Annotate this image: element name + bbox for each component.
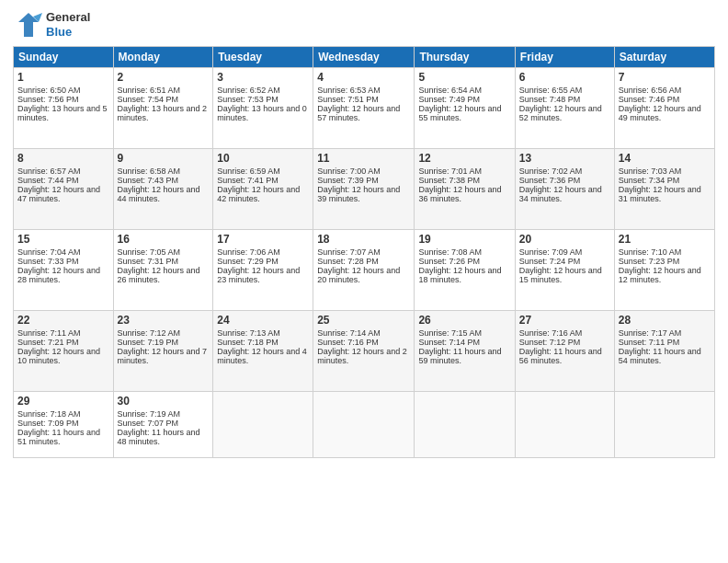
calendar-cell: 23Sunrise: 7:12 AMSunset: 7:19 PMDayligh… bbox=[113, 311, 213, 392]
calendar-cell: 7Sunrise: 6:56 AMSunset: 7:46 PMDaylight… bbox=[614, 68, 714, 149]
sunset-info: Sunset: 7:38 PM bbox=[418, 176, 480, 185]
daylight-info: Daylight: 11 hours and 48 minutes. bbox=[118, 428, 200, 446]
day-number: 27 bbox=[519, 314, 610, 327]
day-number: 2 bbox=[118, 71, 210, 84]
sunset-info: Sunset: 7:39 PM bbox=[317, 176, 379, 185]
daylight-info: Daylight: 13 hours and 5 minutes. bbox=[17, 104, 108, 122]
calendar-week-4: 22Sunrise: 7:11 AMSunset: 7:21 PMDayligh… bbox=[14, 311, 715, 392]
sunrise-info: Sunrise: 6:50 AM bbox=[17, 86, 81, 95]
sunrise-info: Sunrise: 7:11 AM bbox=[17, 328, 81, 338]
calendar-cell: 2Sunrise: 6:51 AMSunset: 7:54 PMDaylight… bbox=[113, 68, 213, 149]
sunrise-info: Sunrise: 7:10 AM bbox=[619, 247, 682, 257]
col-header-thursday: Thursday bbox=[415, 47, 515, 68]
sunset-info: Sunset: 7:28 PM bbox=[317, 257, 379, 266]
daylight-info: Daylight: 12 hours and 36 minutes. bbox=[418, 185, 501, 203]
day-number: 5 bbox=[418, 71, 510, 84]
calendar-cell: 22Sunrise: 7:11 AMSunset: 7:21 PMDayligh… bbox=[14, 311, 114, 392]
day-number: 8 bbox=[17, 152, 109, 165]
calendar-cell: 14Sunrise: 7:03 AMSunset: 7:34 PMDayligh… bbox=[614, 149, 714, 230]
sunset-info: Sunset: 7:36 PM bbox=[519, 176, 581, 185]
sunrise-info: Sunrise: 7:12 AM bbox=[118, 328, 181, 338]
daylight-info: Daylight: 12 hours and 28 minutes. bbox=[17, 266, 100, 284]
calendar-cell: 30Sunrise: 7:19 AMSunset: 7:07 PMDayligh… bbox=[113, 392, 213, 458]
calendar-cell: 11Sunrise: 7:00 AMSunset: 7:39 PMDayligh… bbox=[313, 149, 415, 230]
sunset-info: Sunset: 7:46 PM bbox=[619, 95, 680, 104]
sunrise-info: Sunrise: 7:08 AM bbox=[418, 247, 482, 257]
daylight-info: Daylight: 12 hours and 4 minutes. bbox=[217, 347, 307, 365]
calendar-week-3: 15Sunrise: 7:04 AMSunset: 7:33 PMDayligh… bbox=[14, 230, 715, 311]
daylight-info: Daylight: 12 hours and 34 minutes. bbox=[519, 185, 602, 203]
sunset-info: Sunset: 7:56 PM bbox=[17, 95, 79, 104]
sunrise-info: Sunrise: 6:52 AM bbox=[217, 86, 280, 95]
sunset-info: Sunset: 7:24 PM bbox=[519, 257, 581, 266]
daylight-info: Daylight: 12 hours and 2 minutes. bbox=[317, 347, 407, 365]
calendar-cell: 29Sunrise: 7:18 AMSunset: 7:09 PMDayligh… bbox=[14, 392, 114, 458]
sunrise-info: Sunrise: 7:15 AM bbox=[418, 328, 482, 338]
calendar-cell: 8Sunrise: 6:57 AMSunset: 7:44 PMDaylight… bbox=[14, 149, 114, 230]
sunrise-info: Sunrise: 7:19 AM bbox=[118, 409, 181, 419]
col-header-saturday: Saturday bbox=[614, 47, 714, 68]
sunrise-info: Sunrise: 7:17 AM bbox=[619, 328, 682, 338]
sunrise-info: Sunrise: 6:51 AM bbox=[118, 86, 181, 95]
calendar-cell: 12Sunrise: 7:01 AMSunset: 7:38 PMDayligh… bbox=[415, 149, 515, 230]
logo-bird-icon bbox=[13, 9, 44, 40]
calendar-cell: 25Sunrise: 7:14 AMSunset: 7:16 PMDayligh… bbox=[313, 311, 415, 392]
day-number: 24 bbox=[217, 314, 309, 327]
sunset-info: Sunset: 7:48 PM bbox=[519, 95, 581, 104]
calendar-week-5: 29Sunrise: 7:18 AMSunset: 7:09 PMDayligh… bbox=[14, 392, 715, 458]
logo-blue: Blue bbox=[46, 25, 90, 40]
sunset-info: Sunset: 7:21 PM bbox=[17, 338, 79, 347]
sunset-info: Sunset: 7:41 PM bbox=[217, 176, 279, 185]
sunset-info: Sunset: 7:51 PM bbox=[317, 95, 379, 104]
day-number: 7 bbox=[619, 71, 711, 84]
day-number: 9 bbox=[118, 152, 210, 165]
day-number: 19 bbox=[418, 233, 510, 246]
calendar-cell: 9Sunrise: 6:58 AMSunset: 7:43 PMDaylight… bbox=[113, 149, 213, 230]
sunrise-info: Sunrise: 6:59 AM bbox=[217, 167, 280, 176]
calendar-cell: 3Sunrise: 6:52 AMSunset: 7:53 PMDaylight… bbox=[213, 68, 313, 149]
daylight-info: Daylight: 11 hours and 59 minutes. bbox=[418, 347, 501, 365]
day-number: 3 bbox=[217, 71, 309, 84]
sunset-info: Sunset: 7:26 PM bbox=[418, 257, 480, 266]
daylight-info: Daylight: 13 hours and 2 minutes. bbox=[118, 104, 208, 122]
sunset-info: Sunset: 7:07 PM bbox=[118, 419, 179, 428]
calendar-cell: 20Sunrise: 7:09 AMSunset: 7:24 PMDayligh… bbox=[515, 230, 614, 311]
day-number: 11 bbox=[317, 152, 410, 165]
calendar-cell: 26Sunrise: 7:15 AMSunset: 7:14 PMDayligh… bbox=[415, 311, 515, 392]
calendar-cell: 1Sunrise: 6:50 AMSunset: 7:56 PMDaylight… bbox=[14, 68, 114, 149]
sunset-info: Sunset: 7:19 PM bbox=[118, 338, 179, 347]
daylight-info: Daylight: 12 hours and 49 minutes. bbox=[619, 104, 701, 122]
daylight-info: Daylight: 12 hours and 42 minutes. bbox=[217, 185, 300, 203]
daylight-info: Daylight: 12 hours and 31 minutes. bbox=[619, 185, 701, 203]
calendar-cell: 18Sunrise: 7:07 AMSunset: 7:28 PMDayligh… bbox=[313, 230, 415, 311]
col-header-wednesday: Wednesday bbox=[313, 47, 415, 68]
daylight-info: Daylight: 12 hours and 26 minutes. bbox=[118, 266, 200, 284]
day-number: 30 bbox=[118, 395, 210, 408]
daylight-info: Daylight: 13 hours and 0 minutes. bbox=[217, 104, 307, 122]
sunrise-info: Sunrise: 6:55 AM bbox=[519, 86, 583, 95]
sunset-info: Sunset: 7:09 PM bbox=[17, 419, 79, 428]
sunset-info: Sunset: 7:54 PM bbox=[118, 95, 179, 104]
sunrise-info: Sunrise: 7:18 AM bbox=[17, 409, 81, 419]
day-number: 4 bbox=[317, 71, 410, 84]
daylight-info: Daylight: 12 hours and 23 minutes. bbox=[217, 266, 300, 284]
sunset-info: Sunset: 7:16 PM bbox=[317, 338, 379, 347]
day-number: 25 bbox=[317, 314, 410, 327]
day-number: 1 bbox=[17, 71, 109, 84]
logo-general: General bbox=[46, 10, 90, 25]
sunrise-info: Sunrise: 7:09 AM bbox=[519, 247, 583, 257]
col-header-sunday: Sunday bbox=[14, 47, 114, 68]
sunrise-info: Sunrise: 7:14 AM bbox=[317, 328, 381, 338]
col-header-monday: Monday bbox=[113, 47, 213, 68]
sunset-info: Sunset: 7:31 PM bbox=[118, 257, 179, 266]
calendar-table: SundayMondayTuesdayWednesdayThursdayFrid… bbox=[13, 46, 715, 458]
header: General Blue bbox=[13, 9, 715, 40]
sunrise-info: Sunrise: 6:58 AM bbox=[118, 167, 181, 176]
sunset-info: Sunset: 7:49 PM bbox=[418, 95, 480, 104]
calendar-cell: 16Sunrise: 7:05 AMSunset: 7:31 PMDayligh… bbox=[113, 230, 213, 311]
calendar-cell: 15Sunrise: 7:04 AMSunset: 7:33 PMDayligh… bbox=[14, 230, 114, 311]
sunset-info: Sunset: 7:33 PM bbox=[17, 257, 79, 266]
day-number: 16 bbox=[118, 233, 210, 246]
calendar-cell: 10Sunrise: 6:59 AMSunset: 7:41 PMDayligh… bbox=[213, 149, 313, 230]
daylight-info: Daylight: 12 hours and 7 minutes. bbox=[118, 347, 208, 365]
